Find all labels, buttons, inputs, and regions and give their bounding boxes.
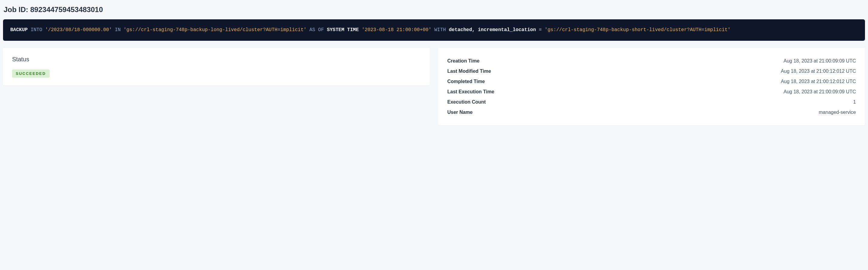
- metadata-value: Aug 18, 2023 at 21:00:09:09 UTC: [784, 58, 856, 64]
- sql-token: SYSTEM: [327, 27, 344, 33]
- status-badge: SUCCEEDED: [12, 69, 50, 78]
- sql-token: '/2023/08/18-000000.00': [45, 27, 112, 33]
- metadata-label: Creation Time: [447, 58, 479, 64]
- sql-token: incremental_location: [478, 27, 536, 33]
- sql-token: BACKUP: [10, 27, 28, 33]
- metadata-label: Last Modified Time: [447, 69, 491, 74]
- metadata-label: Completed Time: [447, 79, 485, 84]
- sql-token: WITH: [434, 27, 446, 33]
- metadata-card: Creation Time Aug 18, 2023 at 21:00:09:0…: [438, 48, 865, 125]
- status-heading: Status: [12, 56, 421, 63]
- sql-token: =: [539, 27, 542, 33]
- sql-token: detached: [449, 27, 472, 33]
- sql-token: AS OF: [309, 27, 324, 33]
- sql-token: ,: [472, 27, 475, 33]
- metadata-label: Execution Count: [447, 99, 486, 105]
- sql-token: TIME: [347, 27, 359, 33]
- metadata-value: managed-service: [819, 110, 856, 115]
- metadata-label: Last Execution Time: [447, 89, 494, 95]
- metadata-value: Aug 18, 2023 at 21:00:09:09 UTC: [784, 89, 856, 95]
- sql-statement-block: BACKUP INTO '/2023/08/18-000000.00' IN '…: [3, 19, 865, 41]
- sql-token: 'gs://crl-staging-748p-backup-long-lived…: [124, 27, 307, 33]
- metadata-row: Completed Time Aug 18, 2023 at 21:00:12:…: [447, 76, 856, 87]
- metadata-row: User Name managed-service: [447, 107, 856, 117]
- metadata-row: Execution Count 1: [447, 97, 856, 107]
- sql-token: '2023-08-18 21:00:00+00': [362, 27, 431, 33]
- status-card: Status SUCCEEDED: [3, 48, 430, 86]
- sql-token: IN: [115, 27, 121, 33]
- details-panels: Status SUCCEEDED Creation Time Aug 18, 2…: [3, 48, 865, 125]
- metadata-row: Last Execution Time Aug 18, 2023 at 21:0…: [447, 87, 856, 97]
- metadata-row: Last Modified Time Aug 18, 2023 at 21:00…: [447, 66, 856, 76]
- metadata-value: Aug 18, 2023 at 21:00:12:012 UTC: [781, 69, 856, 74]
- sql-token: 'gs://crl-staging-748p-backup-short-live…: [545, 27, 731, 33]
- metadata-value: Aug 18, 2023 at 21:00:12:012 UTC: [781, 79, 856, 84]
- page-title: Job ID: 892344759453483010: [4, 5, 865, 14]
- metadata-label: User Name: [447, 110, 473, 115]
- metadata-row: Creation Time Aug 18, 2023 at 21:00:09:0…: [447, 56, 856, 66]
- metadata-value: 1: [853, 99, 856, 105]
- sql-token: INTO: [31, 27, 42, 33]
